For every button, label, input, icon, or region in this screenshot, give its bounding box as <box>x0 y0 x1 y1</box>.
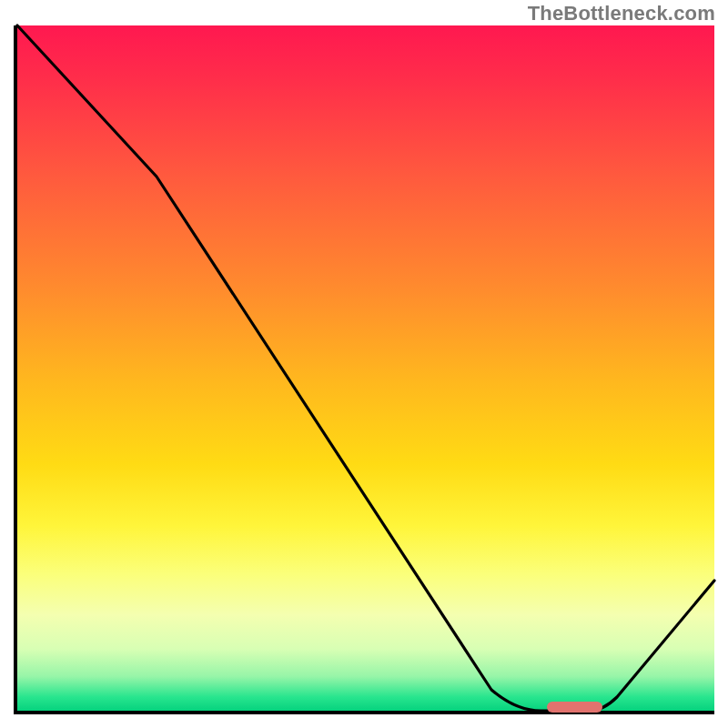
bottleneck-curve <box>17 25 714 711</box>
plot-area <box>14 25 714 714</box>
chart-frame: TheBottleneck.com <box>0 0 728 728</box>
watermark-text: TheBottleneck.com <box>528 2 715 25</box>
optimal-range-marker <box>547 702 602 713</box>
